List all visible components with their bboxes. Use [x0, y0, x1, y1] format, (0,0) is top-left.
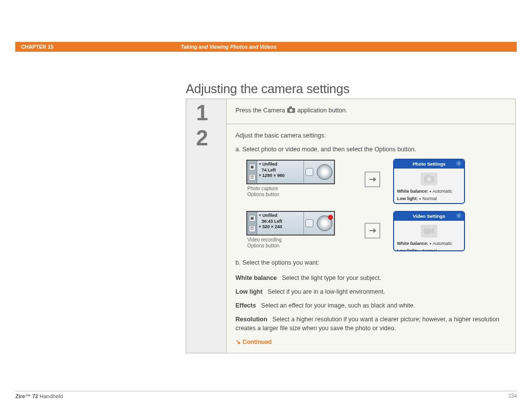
svg-point-5	[427, 177, 431, 181]
photo-settings-title: Photo Settings i	[394, 160, 464, 169]
opt-white-balance: White balance Select the light type for …	[235, 274, 506, 282]
footer-page-number: 234	[508, 393, 517, 399]
video-options-icon: ☰	[249, 225, 256, 232]
step-2: 2 Adjust the basic camera settings: a. S…	[186, 124, 515, 353]
step-2a: a. Select photo or video mode, and then …	[235, 145, 506, 154]
photo-options-icon: ☰	[249, 174, 256, 181]
video-settings-title: Video Settings i	[394, 212, 464, 221]
step-1: 1 Press the Camera application button.	[186, 99, 515, 124]
chapter-title: Taking and Viewing Photos and Videos	[181, 44, 276, 50]
figures-wrap: ▣ ☰ ▾ Unfiled 74 Left ▾ 1280 × 960	[235, 160, 506, 258]
opt-low-light: Low light Select if you are in a low-lig…	[235, 287, 506, 296]
step-number-1: 1	[186, 99, 227, 124]
svg-rect-6	[424, 228, 431, 234]
opt-resolution: Resolution Select a higher resolution if…	[235, 315, 506, 333]
video-mode-icon: ▣	[249, 215, 256, 222]
lens-icon	[317, 164, 332, 180]
camera-ghost-icon	[421, 172, 437, 185]
svg-rect-1	[289, 106, 292, 108]
page-title: Adjusting the camera settings	[186, 81, 349, 97]
footer-brand: Zire™ 72 Handheld	[15, 393, 63, 399]
chapter-bar: CHAPTER 15 Taking and Viewing Photos and…	[0, 42, 532, 52]
photo-settings-pane: Photo Settings i White balance: ▾ Automa…	[393, 159, 465, 204]
continued-arrow-icon: ↘	[235, 338, 241, 345]
lens-icon-2	[317, 215, 332, 231]
step-2b: b. Select the options you want:	[235, 258, 506, 267]
arrow-right-icon	[365, 171, 380, 187]
video-recording-screenshot: ▣ ☰ ▾ Unfiled 36:43 Left ▾ 320 × 240	[246, 211, 335, 236]
camcorder-ghost-icon	[421, 225, 437, 238]
camcorder-small-icon	[305, 219, 313, 227]
svg-rect-4	[427, 175, 430, 177]
video-settings-pane: Video Settings i White balance: ▾ Automa…	[393, 211, 465, 251]
camera-icon	[287, 106, 296, 114]
content-box: 1 Press the Camera application button. 2…	[186, 99, 516, 353]
continued-label: ↘ Continued	[235, 338, 506, 347]
camera-small-icon	[305, 168, 313, 176]
chapter-label: CHAPTER 15	[15, 44, 181, 50]
info-icon: i	[456, 161, 462, 166]
info-icon-2: i	[456, 213, 462, 218]
step-2-intro: Adjust the basic camera settings:	[235, 131, 506, 140]
footer: Zire™ 72 Handheld 234	[15, 391, 517, 399]
photo-mode-icon: ▣	[249, 164, 256, 171]
photo-caption: Photo capture Options button	[247, 186, 335, 198]
svg-point-2	[290, 109, 293, 112]
video-caption: Video recording Options button	[247, 237, 335, 249]
opt-effects: Effects Select an effect for your image,…	[235, 301, 506, 310]
arrow-right-icon-2	[365, 223, 380, 239]
step-number-2: 2	[186, 124, 227, 353]
step-1-text: Press the Camera application button.	[235, 106, 506, 115]
photo-capture-screenshot: ▣ ☰ ▾ Unfiled 74 Left ▾ 1280 × 960	[246, 160, 335, 184]
